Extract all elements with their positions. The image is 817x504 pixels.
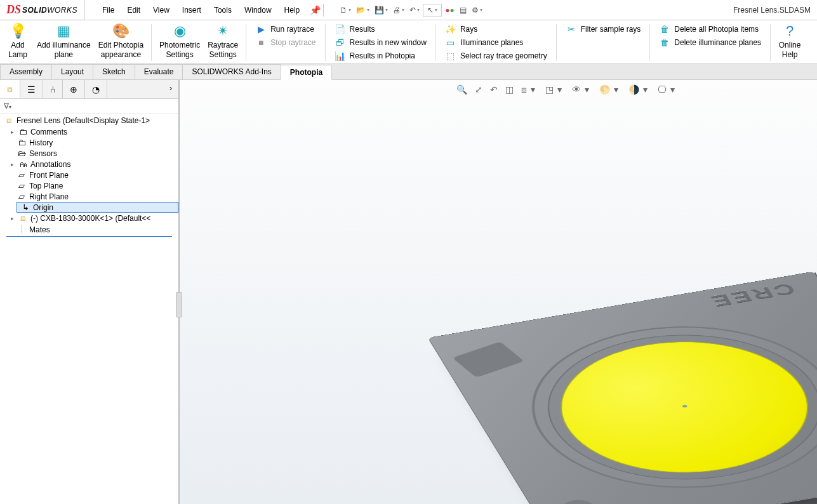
stop-raytrace-button: ■Stop raytrace [253,36,318,49]
raytrace-icon: ✴ [217,23,229,39]
results-photopia-icon: 📊 [335,51,346,61]
stop-icon: ■ [255,37,267,48]
tree-origin[interactable]: ↳Origin [17,202,178,213]
traffic-light-icon[interactable]: ●● [443,4,456,16]
run-raytrace-button[interactable]: ▶Run raytrace [253,23,318,36]
plane-icon: ▱ [17,181,27,190]
tree-sensors[interactable]: 🗁Sensors [0,148,178,159]
form-icon[interactable]: ▤ [458,4,468,16]
heads-up-view-toolbar: 🔍 ⤢ ↶ ◫ ⧇▾ ◳▾ 👁▾ 🌕▾ 🌗▾ 🖵▾ [453,81,681,98]
folder-icon: 🗀 [18,127,28,136]
tree-history[interactable]: 🗀History [0,137,178,148]
edit-photopia-appearance-button[interactable]: 🎨Edit Photopia appearance [95,22,147,62]
tree-annotations[interactable]: ▸🗛Annotations [0,159,178,169]
previous-view-icon[interactable]: ↶ [488,83,500,97]
menu-file[interactable]: File [96,3,121,17]
model-pad [452,342,524,378]
tree-mates[interactable]: ⦚Mates [0,224,178,235]
assembly-icon: ⧈ [4,116,14,126]
illuminance-planes-button[interactable]: ▭Illuminance planes [442,36,550,49]
display-manager-tab[interactable]: ◔ [85,80,107,98]
feature-tree-tab[interactable]: ⧈ [0,80,20,98]
menu-window[interactable]: Window [238,3,278,17]
menu-help[interactable]: Help [278,3,307,17]
work-area: ● ● ● ⧈ ☰ ⑃ ⊕ ◔ › ∇▾ ⧈ Fresnel Lens (Def… [0,80,817,504]
display-style-icon[interactable]: ◳▾ [543,83,567,97]
feature-tree: ⧈ Fresnel Lens (Default<Display State-1>… [0,114,178,238]
print-button[interactable]: 🖨▾ [391,4,406,16]
tree-top-plane[interactable]: ▱Top Plane [0,180,178,191]
panel-splitter[interactable] [176,292,182,317]
trash-icon: 🗑 [659,37,670,48]
tab-addins[interactable]: SOLIDWORKS Add-Ins [182,64,281,79]
panel-expand-icon[interactable]: › [163,80,178,98]
add-lamp-button[interactable]: 💡Add Lamp [3,22,33,62]
open-doc-button[interactable]: 📂▾ [354,4,371,16]
plane-icon: ▱ [17,170,27,180]
rollback-bar[interactable] [6,236,172,237]
undo-button[interactable]: ↶▾ [408,4,422,16]
feature-manager-panel: ● ● ● ⧈ ☰ ⑃ ⊕ ◔ › ∇▾ ⧈ Fresnel Lens (Def… [0,80,180,504]
delete-all-photopia-button[interactable]: 🗑Delete all Photopia items [656,23,764,36]
tab-sketch[interactable]: Sketch [93,64,135,79]
filter-sample-rays-button[interactable]: ✂Filter sample rays [563,23,644,36]
results-in-photopia-button[interactable]: 📊Results in Photopia [332,50,429,62]
results-icon: 📄 [335,24,346,34]
menu-view[interactable]: View [147,3,176,17]
menu-bar: File Edit View Insert Tools Window Help [96,3,306,17]
tree-right-plane[interactable]: ▱Right Plane [0,191,178,202]
menu-edit[interactable]: Edit [121,3,147,17]
tree-comments[interactable]: ▸🗀Comments [0,126,178,137]
property-manager-tab[interactable]: ☰ [20,80,43,98]
hide-show-icon[interactable]: 👁▾ [569,83,594,97]
zoom-fit-icon[interactable]: 🔍 [454,83,470,97]
apply-scene-icon[interactable]: 🌗▾ [626,83,653,97]
rays-icon: ✨ [445,24,456,34]
quick-access-toolbar: 🗋▾ 📂▾ 💾▾ 🖨▾ ↶▾ ↖▾ ●● ▤ ⚙▾ [338,4,484,17]
feature-filter[interactable]: ∇▾ [0,99,178,114]
edit-appearance-icon[interactable]: 🌕▾ [597,83,623,97]
folder-icon: 🗀 [17,138,27,147]
tab-photopia[interactable]: Photopia [281,65,332,80]
results-button[interactable]: 📄Results [332,23,429,36]
ribbon: 💡Add Lamp ▦Add illuminance plane 🎨Edit P… [0,20,817,64]
app-logo: DS SOLIDWORKS [0,0,84,20]
select-ray-trace-geometry-button[interactable]: ⬚Select ray trace geometry [442,50,550,62]
results-new-window-button[interactable]: 🗗Results in new window [332,36,429,49]
dimxpert-manager-tab[interactable]: ⊕ [63,80,85,98]
save-button[interactable]: 💾▾ [373,4,390,16]
select-button[interactable]: ↖▾ [423,4,442,17]
view-orientation-icon[interactable]: ⧇▾ [519,83,540,97]
tab-layout[interactable]: Layout [51,64,93,79]
logo-s-icon: DS [6,3,21,17]
part-icon: ⧈ [18,213,28,223]
view-settings-icon[interactable]: 🖵▾ [655,83,680,97]
tree-front-plane[interactable]: ▱Front Plane [0,169,178,180]
model-graphic: CREE 1830N + [428,265,817,504]
graphics-viewport[interactable]: 🔍 ⤢ ↶ ◫ ⧇▾ ◳▾ 👁▾ 🌕▾ 🌗▾ 🖵▾ CRE [180,80,817,504]
zoom-area-icon[interactable]: ⤢ [472,83,485,97]
configuration-manager-tab[interactable]: ⑃ [43,80,63,98]
photometric-settings-button[interactable]: ◉Photometric Settings [156,22,204,62]
section-view-icon[interactable]: ◫ [503,83,516,97]
title-bar: DS SOLIDWORKS File Edit View Insert Tool… [0,0,817,20]
pin-icon[interactable]: 📌 [310,5,321,15]
add-illuminance-plane-button[interactable]: ▦Add illuminance plane [33,22,95,62]
tab-evaluate[interactable]: Evaluate [135,64,183,79]
tab-assembly[interactable]: Assembly [0,64,52,79]
rays-button[interactable]: ✨Rays [442,23,550,36]
tree-part[interactable]: ▸⧈(-) CXB-1830-3000K<1> (Default<< [0,213,178,224]
raytrace-settings-button[interactable]: ✴Raytrace Settings [204,22,242,62]
options-button[interactable]: ⚙▾ [470,4,484,16]
results-window-icon: 🗗 [335,37,346,48]
delete-illuminance-planes-button[interactable]: 🗑Delete illuminance planes [656,36,764,49]
planes-icon: ▭ [445,37,456,48]
help-icon: ? [786,23,794,39]
plane-icon: ▦ [57,23,70,39]
tree-root[interactable]: ⧈ Fresnel Lens (Default<Display State-1> [0,115,178,126]
new-doc-button[interactable]: 🗋▾ [338,4,353,16]
menu-tools[interactable]: Tools [208,3,238,17]
menu-insert[interactable]: Insert [176,3,208,17]
model-brand-text: CREE [705,279,798,310]
online-help-button[interactable]: ?Online Help [774,22,805,62]
